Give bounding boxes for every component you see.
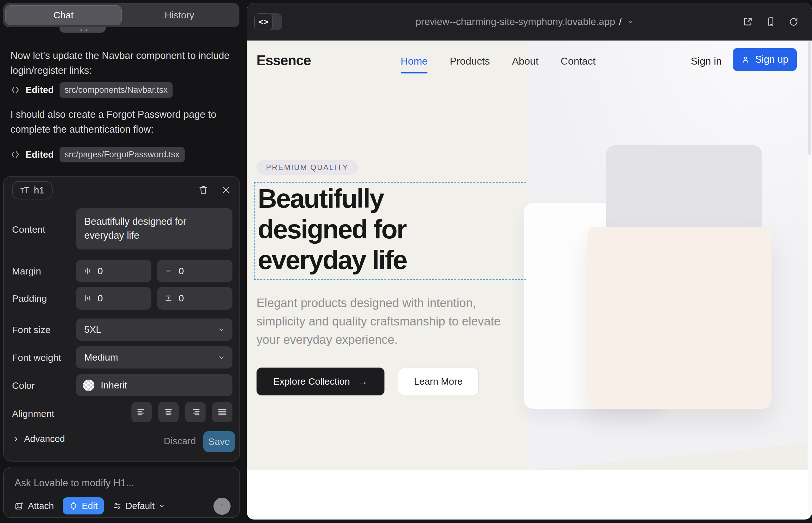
margin-vertical-icon <box>164 267 173 275</box>
site-logo[interactable]: Essence <box>257 53 311 68</box>
code-icon: <> <box>254 13 273 30</box>
app-window: Chat History Now let's update the Navbar… <box>0 0 812 523</box>
scrollbar-thumb[interactable] <box>808 41 811 155</box>
transparent-color-swatch <box>83 380 94 391</box>
arrow-right-icon: → <box>358 376 368 387</box>
hero-heading[interactable]: Beautifully designed for everyday life <box>258 183 486 275</box>
refresh-icon <box>789 17 799 27</box>
open-external-button[interactable] <box>742 16 753 27</box>
font-weight-value: Medium <box>84 352 118 363</box>
nav-link-products[interactable]: Products <box>450 55 490 67</box>
send-button[interactable]: ↑ <box>213 498 231 515</box>
url-domain: preview--charming-site-symphony.lovable.… <box>416 16 615 28</box>
chat-composer: Ask Lovable to modify H1... Attach Edit <box>3 467 240 518</box>
file-chip[interactable]: src/pages/ForgotPassword.tsx <box>59 147 184 162</box>
nav-link-about[interactable]: About <box>512 55 539 67</box>
assistant-message: I should also create a Forgot Password p… <box>11 107 231 137</box>
chevron-right-icon <box>12 435 20 443</box>
color-value: Inherit <box>101 380 127 391</box>
code-preview-toggle[interactable]: <> <box>254 13 282 30</box>
align-center-button[interactable] <box>158 402 179 422</box>
font-size-select[interactable]: 5XL <box>76 319 232 341</box>
sign-up-button[interactable]: Sign up <box>733 48 797 71</box>
typography-icon: тT <box>20 185 30 195</box>
tab-chat[interactable]: Chat <box>5 5 122 25</box>
margin-y-value: 0 <box>179 266 184 276</box>
url-separator: / <box>619 16 622 28</box>
delete-element-button[interactable] <box>196 183 210 197</box>
close-icon <box>221 185 231 195</box>
padding-vertical-icon <box>164 294 173 303</box>
align-right-icon <box>190 407 201 418</box>
align-justify-button[interactable] <box>212 402 232 422</box>
margin-field-label: Margin <box>12 266 41 277</box>
edit-mode-button[interactable]: Edit <box>63 497 104 515</box>
align-right-button[interactable] <box>185 402 206 422</box>
attach-image-icon <box>15 501 24 511</box>
hero-description: Elegant products designed with intention… <box>257 294 516 349</box>
content-input[interactable]: Beautifully designed for everyday life <box>76 208 232 250</box>
selected-element-outline[interactable]: Beautifully designed for everyday life <box>254 182 526 280</box>
advanced-toggle[interactable]: Advanced <box>12 434 65 444</box>
site-page: Essence Home Products About Contact Sign… <box>247 40 812 520</box>
align-left-icon <box>136 407 147 418</box>
sign-up-label: Sign up <box>755 54 788 65</box>
preview-actions <box>742 16 799 27</box>
align-justify-icon <box>217 407 228 418</box>
preview-scrollbar[interactable] <box>808 40 812 520</box>
sidebar-tabs: Chat History <box>3 3 240 27</box>
color-select[interactable]: Inherit <box>76 374 232 396</box>
padding-x-value: 0 <box>98 293 103 304</box>
explore-collection-button[interactable]: Explore Collection → <box>257 367 385 395</box>
preview-panel: <> preview--charming-site-symphony.lovab… <box>247 3 812 520</box>
edited-file-row: Edited src/components/Navbar.tsx <box>11 82 173 98</box>
target-icon <box>69 502 78 510</box>
align-center-icon <box>163 407 174 418</box>
margin-x-input[interactable]: 0 <box>76 259 152 283</box>
refresh-button[interactable] <box>789 17 799 27</box>
element-tag-badge: тT h1 <box>12 181 53 199</box>
code-icon <box>11 85 20 95</box>
font-weight-select[interactable]: Medium <box>76 346 232 368</box>
edit-mode-label: Edit <box>82 501 98 511</box>
explore-collection-label: Explore Collection <box>273 376 350 387</box>
trash-icon <box>198 184 209 195</box>
font-size-field-label: Font size <box>12 325 51 335</box>
margin-y-input[interactable]: 0 <box>157 259 232 283</box>
chevron-down-icon <box>217 353 226 362</box>
nav-link-contact[interactable]: Contact <box>561 55 595 67</box>
file-chip[interactable]: src/components/Navbar.tsx <box>59 82 173 98</box>
composer-toolbar: Attach Edit Default <box>15 497 165 515</box>
margin-horizontal-icon <box>83 267 92 275</box>
attach-button[interactable]: Attach <box>15 501 54 511</box>
composer-input[interactable]: Ask Lovable to modify H1... <box>15 477 134 489</box>
decor-card-cream <box>587 227 772 409</box>
font-size-value: 5XL <box>84 324 101 335</box>
chevron-down-icon <box>158 502 165 509</box>
close-panel-button[interactable] <box>219 183 233 197</box>
padding-x-input[interactable]: 0 <box>76 287 152 310</box>
hero-cta-row: Explore Collection → Learn More <box>257 367 479 395</box>
external-link-icon <box>742 16 753 27</box>
sign-in-link[interactable]: Sign in <box>691 55 722 67</box>
nav-link-home[interactable]: Home <box>401 55 427 67</box>
discard-button[interactable]: Discard <box>164 436 196 446</box>
advanced-label: Advanced <box>24 434 65 444</box>
assistant-message: Now let's update the Navbar component to… <box>11 48 231 78</box>
chat-sidebar: Chat History Now let's update the Navbar… <box>0 0 247 523</box>
address-bar[interactable]: preview--charming-site-symphony.lovable.… <box>416 16 634 28</box>
hero-badge: PREMIUM QUALITY <box>257 160 358 175</box>
mobile-view-button[interactable] <box>766 17 776 27</box>
site-nav: Home Products About Contact <box>401 40 596 82</box>
preview-toolbar: <> preview--charming-site-symphony.lovab… <box>247 3 812 40</box>
sliders-icon <box>113 502 122 510</box>
color-field-label: Color <box>12 380 35 391</box>
learn-more-button[interactable]: Learn More <box>398 367 479 395</box>
save-button[interactable]: Save <box>203 431 235 452</box>
model-selector-label: Default <box>125 501 155 511</box>
attach-label: Attach <box>28 501 54 511</box>
padding-y-input[interactable]: 0 <box>157 287 232 310</box>
model-selector[interactable]: Default <box>113 501 165 511</box>
tab-history[interactable]: History <box>122 5 237 25</box>
align-left-button[interactable] <box>131 402 152 422</box>
